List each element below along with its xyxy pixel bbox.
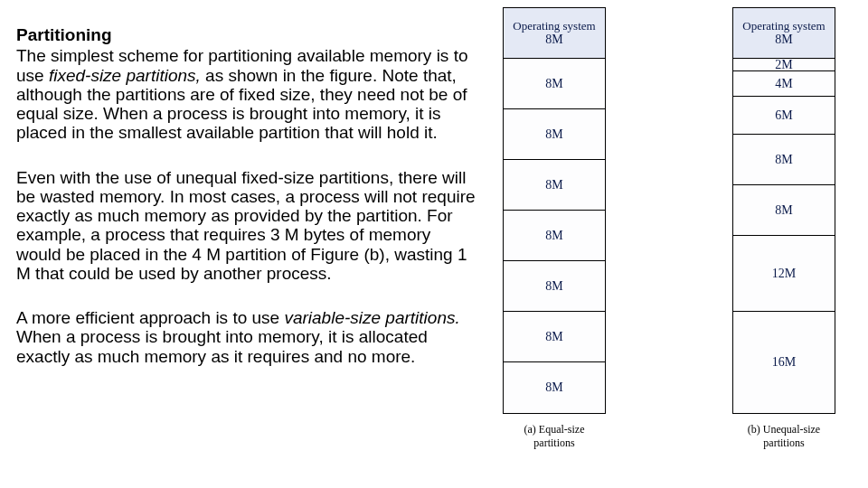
partition-cell: 8M (504, 211, 605, 261)
os-size: 8M (545, 33, 562, 46)
diagram-equal-partitions: Operating system8M8M8M8M8M8M8M8M (a) Equ… (503, 7, 606, 450)
partition-cell: 8M (504, 261, 605, 312)
partition-cell: 8M (504, 362, 605, 413)
partition-cell: 8M (733, 185, 835, 236)
partition-cell: 2M (733, 59, 835, 71)
caption-b: (b) Unequal-size partitions (732, 423, 835, 450)
partition-cell: 8M (504, 59, 605, 109)
partition-cell: 8M (504, 160, 605, 211)
partition-cell: 12M (733, 236, 835, 312)
paragraph-3: A more efficient approach is to use vari… (16, 308, 477, 366)
os-cell: Operating system8M (504, 8, 605, 59)
os-label: Operating system (513, 20, 595, 33)
partition-cell: 4M (733, 71, 835, 97)
os-size: 8M (775, 33, 792, 46)
partition-cell: 8M (733, 135, 835, 185)
partition-column-a: Operating system8M8M8M8M8M8M8M8M (503, 7, 606, 414)
partition-cell: 16M (733, 312, 835, 413)
p1-emphasis: fixed-size partitions, (49, 66, 201, 85)
caption-a: (a) Equal-size partitions (503, 423, 606, 450)
heading: Partitioning (16, 25, 477, 44)
diagram-unequal-partitions: Operating system8M2M4M6M8M8M12M16M (b) U… (732, 7, 835, 450)
partition-column-b: Operating system8M2M4M6M8M8M12M16M (732, 7, 835, 414)
p3-part-a: A more efficient approach is to use (16, 308, 284, 327)
os-label: Operating system (742, 20, 825, 33)
os-cell: Operating system8M (733, 8, 835, 59)
partition-cell: 8M (504, 312, 605, 362)
partition-cell: 6M (733, 97, 835, 135)
paragraph-1: The simplest scheme for partitioning ava… (16, 46, 477, 142)
text-column: Partitioning The simplest scheme for par… (16, 25, 477, 366)
partition-cell: 8M (504, 109, 605, 160)
p3-part-b: When a process is brought into memory, i… (16, 327, 428, 365)
p3-emphasis: variable-size partitions. (284, 308, 459, 327)
paragraph-2: Even with the use of unequal fixed-size … (16, 168, 477, 284)
